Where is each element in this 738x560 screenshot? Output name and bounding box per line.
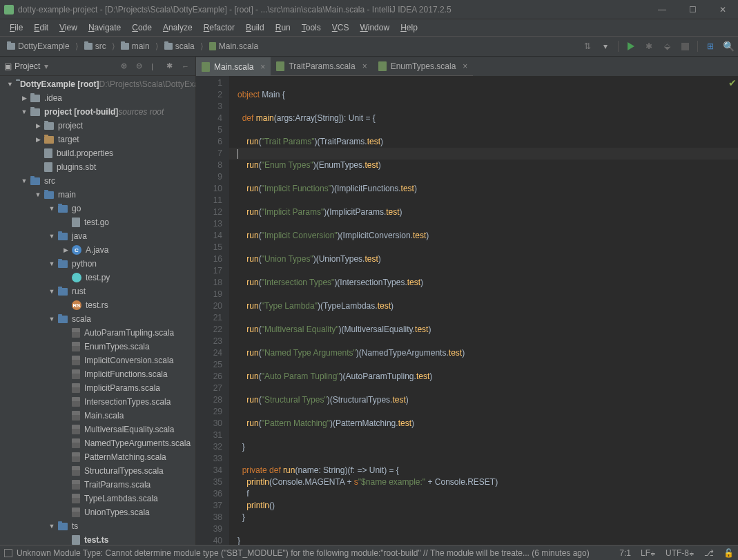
code-line[interactable]: run("Type Lambda")(TypeLambdas.test) [237,300,738,312]
menu-run[interactable]: Run [270,21,296,34]
code-line[interactable] [237,453,738,465]
tree-item[interactable]: ▼DottyExample [root] D:\Projects\Scala\D… [0,77,195,91]
code-line[interactable] [237,171,738,183]
code-line[interactable]: run("Enum Types")(EnumTypes.test) [237,160,738,171]
tree-item[interactable]: MultiversalEquality.scala [0,423,195,436]
line-separator[interactable]: LF≑ [641,548,656,558]
run-button[interactable] [625,41,637,52]
build-icon[interactable]: ⇅ [582,41,593,52]
tree-item[interactable]: ▼go [0,202,195,215]
code-line[interactable]: private def run(name: String)(f: => Unit… [237,465,738,476]
tree-item[interactable]: AutoParamTupling.scala [0,326,195,340]
code-line[interactable]: object Main { [237,89,738,101]
autoscroll-to-source-icon[interactable]: ⊕ [121,61,130,70]
chevron-down-icon[interactable]: ▼ [48,316,55,322]
maximize-button[interactable]: ☐ [677,0,708,19]
code-line[interactable] [237,124,738,136]
code-line[interactable] [237,406,738,418]
menu-view[interactable]: View [54,21,83,34]
tree-item[interactable]: ▶CA.java [0,243,195,257]
code-line[interactable] [237,359,738,371]
code-line[interactable]: } [237,441,738,453]
tool-windows-quick-access-icon[interactable] [4,549,12,557]
chevron-down-icon[interactable]: ▼ [35,191,41,198]
chevron-right-icon[interactable]: ▶ [21,95,28,102]
menu-file[interactable]: File [4,21,28,34]
code-line[interactable] [237,523,738,535]
code-line[interactable] [237,383,738,394]
tree-item[interactable]: StructuralTypes.scala [0,464,195,478]
project-tree[interactable]: ▼DottyExample [root] D:\Projects\Scala\D… [0,76,195,545]
tree-item[interactable]: ▼main [0,188,195,202]
chevron-down-icon[interactable]: ▼ [48,205,55,212]
chevron-down-icon[interactable]: ▼ [21,108,28,115]
menu-edit[interactable]: Edit [28,21,54,34]
tree-item[interactable]: PatternMatching.scala [0,450,195,464]
editor-tab[interactable]: EnumTypes.scala× [373,57,474,76]
code-line[interactable] [229,148,738,160]
chevron-down-icon[interactable]: ▼ [7,81,13,88]
code-line[interactable]: run("Multiversal Equality")(MultiversalE… [237,324,738,336]
tree-item[interactable]: RStest.rs [0,298,195,312]
tree-item[interactable]: ▼project [root-build] sources root [0,105,195,119]
tree-item[interactable]: ▶project [0,119,195,133]
chevron-down-icon[interactable]: ▼ [21,177,28,184]
run-config-dropdown[interactable]: ▾ [600,41,611,52]
breadcrumb-item[interactable]: main⟩ [118,40,162,52]
code-line[interactable]: run("Implicit Functions")(ImplicitFuncti… [237,183,738,195]
project-tool-icon[interactable]: ▣ [4,61,12,71]
code-line[interactable]: f [237,488,738,500]
stop-button[interactable] [679,41,690,52]
editor-tab[interactable]: TraitParams.scala× [271,57,372,76]
code-line[interactable]: def main(args:Array[String]): Unit = { [237,113,738,124]
code-line[interactable]: run("Implicit Params")(ImplicitParams.te… [237,206,738,218]
debug-button[interactable]: ✱ [643,41,654,52]
tree-item[interactable]: ▼java [0,229,195,243]
chevron-right-icon[interactable]: ▶ [35,122,41,129]
editor-tab[interactable]: Main.scala× [196,57,271,76]
code-line[interactable] [237,242,738,253]
code-line[interactable]: run("Intersection Types")(IntersectionTy… [237,277,738,289]
code-line[interactable]: run("Named Type Arguments")(NamedTypeArg… [237,347,738,359]
code-line[interactable]: run("Auto Param Tupling")(AutoParamTupli… [237,371,738,383]
close-tab-icon[interactable]: × [463,61,467,71]
tree-item[interactable]: ImplicitFunctions.scala [0,367,195,381]
chevron-down-icon[interactable]: ▼ [48,260,55,267]
breadcrumb-item[interactable]: DottyExample⟩ [4,40,81,52]
menu-tools[interactable]: Tools [296,21,327,34]
tree-item[interactable]: UnionTypes.scala [0,505,195,519]
code-line[interactable] [237,77,738,89]
autoscroll-from-source-icon[interactable]: ⊖ [136,61,146,70]
readonly-lock-icon[interactable]: 🔓 [724,548,734,558]
code-line[interactable] [237,429,738,441]
tree-item[interactable]: ▶.idea [0,91,195,105]
menu-navigate[interactable]: Navigate [83,21,126,34]
tree-item[interactable]: ▼scala [0,312,195,326]
code-line[interactable]: run("Union Types")(UnionTypes.test) [237,253,738,265]
chevron-down-icon[interactable]: ▼ [48,288,55,295]
code-line[interactable] [237,312,738,324]
tree-item[interactable]: Main.scala [0,409,195,423]
code-line[interactable]: } [237,512,738,523]
tree-item[interactable]: EnumTypes.scala [0,340,195,354]
breadcrumb-item[interactable]: src⟩ [81,40,118,52]
tree-item[interactable]: TypeLambdas.scala [0,492,195,505]
settings-icon[interactable]: ✱ [166,61,176,70]
code-line[interactable]: println() [237,500,738,512]
code-line[interactable] [237,218,738,230]
cursor-position[interactable]: 7:1 [619,548,631,558]
tree-item[interactable]: ▶target [0,133,195,146]
breadcrumb-item[interactable]: Main.scala [206,40,261,52]
menu-build[interactable]: Build [240,21,270,34]
tree-item[interactable]: ImplicitConversion.scala [0,354,195,367]
minimize-button[interactable]: — [647,0,677,19]
project-structure-icon[interactable]: ⊞ [705,41,716,52]
tree-item[interactable]: ▼src [0,174,195,188]
coverage-button[interactable]: ⬙ [661,41,672,52]
menu-refactor[interactable]: Refactor [198,21,240,34]
code-editor[interactable]: ✔ 12345678910111213141516171819202122232… [196,76,738,545]
close-button[interactable]: ✕ [708,0,738,19]
menu-code[interactable]: Code [126,21,157,34]
file-encoding[interactable]: UTF-8≑ [666,548,695,558]
close-tab-icon[interactable]: × [260,62,265,72]
